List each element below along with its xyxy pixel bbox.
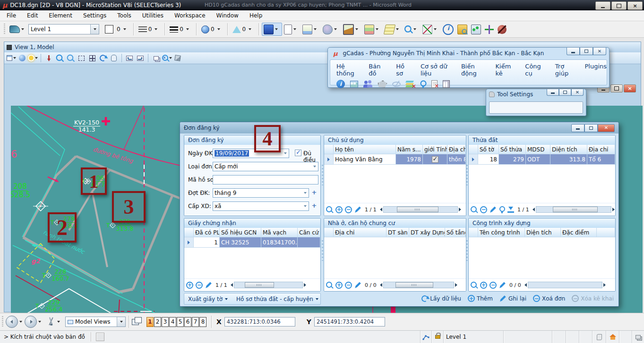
adjust-brightness-button[interactable] <box>28 53 38 63</box>
scroll-thumb[interactable] <box>553 207 598 212</box>
cell-can-cu-pl[interactable] <box>298 237 320 248</box>
h-scrollbar[interactable] <box>532 206 615 213</box>
thua-dat-row[interactable]: 18 279 ODT 313.8 Tổ 6 <box>469 154 615 165</box>
element-template-button[interactable] <box>8 23 28 36</box>
point-clouds-button[interactable] <box>321 23 341 36</box>
rotate-view-button[interactable] <box>98 53 108 63</box>
scroll-thumb[interactable] <box>245 282 274 288</box>
col-so-to[interactable]: Số tờ <box>478 145 499 154</box>
gcadas-menu-kiem-ke[interactable]: Kiểm kê <box>496 63 514 77</box>
locks-cell[interactable] <box>431 331 443 343</box>
view-groups-button[interactable] <box>469 23 483 36</box>
tool-settings-maximize-button[interactable] <box>559 89 571 96</box>
cell-so-thua[interactable]: 279 <box>499 154 526 165</box>
edit-icon[interactable] <box>354 206 361 213</box>
view-group-icon[interactable] <box>132 317 142 326</box>
line-style-button[interactable]: 0 <box>137 23 162 36</box>
priority-button[interactable]: 0 <box>231 23 256 36</box>
view-attributes-button[interactable] <box>7 53 16 63</box>
col-ho-ten[interactable]: Họ tên <box>334 145 396 154</box>
element-information-button[interactable]: i <box>441 23 455 36</box>
gcadas-menu-tro-giup[interactable]: Trợ giúp <box>555 63 573 77</box>
dot-dk-add-button[interactable]: + <box>311 188 318 196</box>
h-scrollbar[interactable] <box>524 282 606 289</box>
col-dt-xay-dung[interactable]: DT xây Dựng <box>409 228 445 237</box>
stop-button[interactable] <box>496 23 508 36</box>
loai-don-combo[interactable]: Cấp mới <box>213 162 318 171</box>
view-toggle-4[interactable]: 4 <box>169 317 176 327</box>
view-toggle-6[interactable]: 6 <box>184 317 191 327</box>
col-so-hieu-gcn[interactable]: Số hiệu GCN <box>220 228 261 237</box>
gcn-row[interactable]: 1 CH 32525 018341700... <box>184 237 320 248</box>
zoom-out-button[interactable] <box>66 53 75 63</box>
remove-icon[interactable] <box>196 282 203 289</box>
cell-gioi-tinh[interactable] <box>423 154 447 165</box>
gcadas-minimize-button[interactable] <box>567 48 580 55</box>
view-display-style-button[interactable] <box>17 53 27 63</box>
col-dia-chi[interactable]: Địa chỉ <box>587 145 615 154</box>
change-tracking-cell[interactable] <box>632 331 644 343</box>
gcadas-menu-plugins[interactable]: Plugins <box>584 63 607 77</box>
toolbar-grip[interactable] <box>4 24 5 35</box>
import-icon[interactable] <box>507 206 514 213</box>
dialog-maximize-button[interactable] <box>584 124 598 132</box>
dialog-titlebar[interactable]: Đơn đăng ký ✕ <box>180 122 618 134</box>
cell-nam-sinh[interactable]: 1978 <box>396 154 423 165</box>
snap-mode-cell[interactable] <box>420 331 431 343</box>
view-toggle-1[interactable]: 1 <box>146 317 154 327</box>
col-mdsd[interactable]: MDSD <box>526 145 550 154</box>
pan-view-button[interactable] <box>109 53 119 63</box>
view-toggle-3[interactable]: 3 <box>162 317 169 327</box>
remove-icon[interactable] <box>489 282 497 289</box>
splitter[interactable] <box>322 240 323 261</box>
them-button[interactable]: Thêm <box>468 295 493 302</box>
col-so-tang[interactable]: Số tầng <box>445 228 466 237</box>
dialog-close-button[interactable]: ✕ <box>598 124 615 132</box>
col-gioi-tinh[interactable]: giới Tính <box>423 145 447 154</box>
level-display-button[interactable] <box>383 23 403 36</box>
scroll-thumb[interactable] <box>395 282 433 288</box>
menu-element[interactable]: Element <box>49 12 72 19</box>
cell-so-hieu-gcn[interactable]: CH 32525 <box>220 237 261 248</box>
gcadas-maximize-button[interactable] <box>580 48 593 55</box>
view-toggle-8[interactable]: 8 <box>199 317 206 327</box>
ghi-lai-button[interactable]: Ghi lại <box>499 295 526 302</box>
gioi-tinh-checkbox[interactable] <box>432 156 438 163</box>
du-dieu-kien-checkbox[interactable] <box>295 150 301 156</box>
cell-ma-vach[interactable]: 018341700... <box>261 237 298 248</box>
gcadas-users-button[interactable] <box>363 80 373 88</box>
gcadas-remove-layers-button[interactable]: ✕ <box>406 80 415 88</box>
view-maximize-button[interactable] <box>610 84 623 92</box>
window-area-button[interactable] <box>77 53 86 63</box>
menu-help[interactable]: Help <box>249 12 262 19</box>
active-level-cell[interactable]: Level 1 <box>443 331 503 343</box>
col-can-cu-pl[interactable]: Căn cứ PL <box>298 228 320 237</box>
view-next-nav-button[interactable] <box>25 316 37 328</box>
tool-settings-close-button[interactable]: ✕ <box>571 89 584 96</box>
gcadas-info-button[interactable]: i <box>336 80 345 88</box>
edit-icon[interactable] <box>354 282 361 289</box>
x-coordinate-field[interactable]: 432281:713:0.0346 <box>224 317 295 326</box>
search-icon[interactable] <box>471 282 478 289</box>
search-icon[interactable] <box>326 206 333 213</box>
gcadas-table-button[interactable] <box>350 81 358 88</box>
lay-du-lieu-button[interactable]: Lấy dữ liệu <box>421 295 461 302</box>
splitter[interactable] <box>466 165 468 185</box>
ma-ho-so-input[interactable] <box>213 175 318 184</box>
gcadas-hide-button[interactable] <box>392 82 401 87</box>
menu-workspace[interactable]: Workspace <box>174 12 206 19</box>
home-cell[interactable] <box>606 331 619 343</box>
fit-view-button[interactable] <box>87 53 97 63</box>
xuat-giay-to-menu[interactable]: Xuất giấy tờ <box>188 296 228 302</box>
h-scrollbar[interactable] <box>380 206 461 213</box>
design-history-cell[interactable] <box>592 331 606 343</box>
cell-da-co-pl[interactable]: 1 <box>194 237 220 248</box>
gcadas-menu-bien-dong[interactable]: Biến động <box>461 63 484 77</box>
primary-tool-models-button[interactable] <box>262 23 282 36</box>
xoa-don-button[interactable]: Xoá đơn <box>533 295 565 302</box>
col-ma-vach[interactable]: Mã vạch <box>261 228 298 237</box>
dot-dk-combo[interactable]: tháng 9 <box>213 188 309 198</box>
cell-mdsd[interactable]: ODT <box>526 154 550 165</box>
y-coordinate-field[interactable]: 2451491:733:0.4204 <box>314 317 385 326</box>
remove-icon[interactable] <box>345 206 352 213</box>
